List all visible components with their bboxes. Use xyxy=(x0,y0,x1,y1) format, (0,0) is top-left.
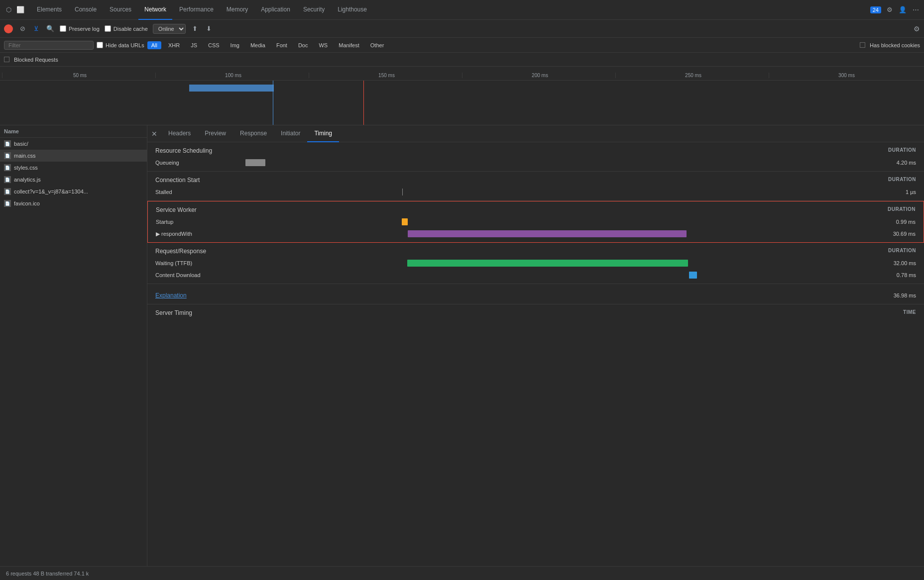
tab-console[interactable]: Console xyxy=(69,0,103,20)
filter-xhr[interactable]: XHR xyxy=(164,41,184,49)
filter-font[interactable]: Font xyxy=(272,41,291,49)
file-item-favicon[interactable]: 📄 favicon.ico xyxy=(0,197,147,209)
tab-elements[interactable]: Elements xyxy=(31,0,68,20)
resource-scheduling-title: Resource Scheduling xyxy=(155,147,212,154)
startup-bar xyxy=(402,218,408,225)
export-icon[interactable]: ⬇ xyxy=(205,24,214,33)
file-icon-favicon: 📄 xyxy=(4,200,11,207)
has-blocked-cookies[interactable]: Has blocked cookies xyxy=(860,42,920,48)
disable-cache-checkbox[interactable]: Disable cache xyxy=(105,25,148,32)
file-icon-main-css: 📄 xyxy=(4,152,11,159)
panel-tab-initiator[interactable]: Initiator xyxy=(274,125,307,142)
panel-tab-response[interactable]: Response xyxy=(233,125,274,142)
devtools-icon-group: ⬡ ⬜ xyxy=(4,5,25,14)
panel-tab-headers[interactable]: Headers xyxy=(161,125,198,142)
service-worker-label: DURATION xyxy=(888,206,916,213)
tab-network[interactable]: Network xyxy=(138,0,172,20)
panel-tab-preview[interactable]: Preview xyxy=(198,125,233,142)
file-item-collect[interactable]: 📄 collect?v=1&_v=j87&a=1304... xyxy=(0,186,147,197)
devtools-right-icons: 24 ⚙ 👤 ⋯ xyxy=(870,5,920,14)
filter-all[interactable]: All xyxy=(147,41,161,49)
connection-start-header: Connection Start DURATION xyxy=(147,172,924,187)
total-duration: 36.98 ms xyxy=(894,292,916,298)
cursor-icon[interactable]: ⬡ xyxy=(4,5,13,14)
file-name-main-css: main.css xyxy=(14,153,35,159)
request-response-header: Request/Response DURATION xyxy=(147,243,924,258)
tab-memory[interactable]: Memory xyxy=(221,0,254,20)
tab-performance[interactable]: Performance xyxy=(173,0,220,20)
throttle-select[interactable]: Online xyxy=(153,24,186,34)
panel-close-button[interactable]: ✕ xyxy=(151,130,157,138)
device-icon[interactable]: ⬜ xyxy=(16,5,25,14)
timeline-cursor-red xyxy=(363,81,364,125)
filter-icon[interactable]: ⊻ xyxy=(32,24,41,33)
panel-tab-timing[interactable]: Timing xyxy=(307,125,339,142)
timeline-mark-5: 300 ms xyxy=(769,73,922,78)
file-item-main-css[interactable]: 📄 main.css xyxy=(0,150,147,162)
tab-security[interactable]: Security xyxy=(297,0,331,20)
startup-label: Startup xyxy=(156,219,235,225)
settings-gear-icon[interactable]: ⚙ xyxy=(914,25,920,33)
preserve-log-checkbox[interactable]: Preserve log xyxy=(60,25,100,32)
more-icon[interactable]: ⋯ xyxy=(911,5,920,14)
content-download-bar-container xyxy=(243,272,868,279)
service-worker-section: Service Worker DURATION Startup 0.99 ms … xyxy=(147,201,924,243)
stalled-duration: 1 µs xyxy=(876,189,916,195)
filter-js[interactable]: JS xyxy=(187,41,201,49)
stop-icon[interactable]: ⊘ xyxy=(18,24,27,33)
stalled-bar-container xyxy=(243,189,868,195)
timeline-mark-3: 200 ms xyxy=(462,73,615,78)
timeline-area xyxy=(0,81,924,125)
file-icon-collect: 📄 xyxy=(4,188,11,195)
user-icon[interactable]: 👤 xyxy=(898,5,907,14)
details-panel: ✕ Headers Preview Response Initiator Tim… xyxy=(147,125,924,566)
filter-manifest[interactable]: Manifest xyxy=(335,41,363,49)
filter-other[interactable]: Other xyxy=(366,41,388,49)
request-response-label: DURATION xyxy=(888,248,916,255)
content-download-label: Content Download xyxy=(155,272,235,278)
queueing-bar-container xyxy=(243,159,868,166)
service-worker-title: Service Worker xyxy=(156,206,197,213)
blocked-requests-checkbox-icon xyxy=(4,57,9,62)
connection-start-section: Connection Start DURATION Stalled 1 µs xyxy=(147,172,924,201)
network-toolbar: ⊘ ⊻ 🔍 Preserve log Disable cache Online … xyxy=(0,20,924,38)
record-button[interactable] xyxy=(4,24,13,33)
file-item-styles-css[interactable]: 📄 styles.css xyxy=(0,162,147,174)
tab-application[interactable]: Application xyxy=(255,0,296,20)
tab-sources[interactable]: Sources xyxy=(104,0,137,20)
respond-with-duration: 30.69 ms xyxy=(876,231,916,237)
timeline-mark-2: 150 ms xyxy=(309,73,462,78)
content-download-bar xyxy=(689,272,697,279)
blocked-requests-bar[interactable]: Blocked Requests xyxy=(0,53,924,67)
resource-scheduling-label: DURATION xyxy=(888,147,916,154)
file-list-header: Name xyxy=(0,125,147,138)
timeline-mark-4: 250 ms xyxy=(615,73,769,78)
tab-lighthouse[interactable]: Lighthouse xyxy=(332,0,373,20)
connection-start-title: Connection Start xyxy=(155,177,200,184)
search-icon[interactable]: 🔍 xyxy=(46,24,55,33)
hide-data-urls-checkbox[interactable]: Hide data URLs xyxy=(97,42,144,48)
respond-with-label: ▶ respondWith xyxy=(156,231,235,237)
settings-icon[interactable]: ⚙ xyxy=(885,5,894,14)
filter-media[interactable]: Media xyxy=(246,41,269,49)
filter-ws[interactable]: WS xyxy=(315,41,332,49)
startup-row: Startup 0.99 ms xyxy=(148,216,924,228)
startup-duration: 0.99 ms xyxy=(876,219,916,225)
status-text: 6 requests 48 B transferred 74.1 k xyxy=(6,571,89,577)
file-name-analytics-js: analytics.js xyxy=(14,177,41,183)
file-item-basic[interactable]: 📄 basic/ xyxy=(0,138,147,150)
file-item-analytics-js[interactable]: 📄 analytics.js xyxy=(0,174,147,186)
filter-img[interactable]: Img xyxy=(227,41,243,49)
explanation-link[interactable]: Explanation xyxy=(155,292,187,299)
ttfb-label: Waiting (TTFB) xyxy=(155,260,235,266)
timeline-marks: 50 ms 100 ms 150 ms 200 ms 250 ms 300 ms xyxy=(2,67,922,80)
queueing-label: Queueing xyxy=(155,160,235,166)
file-icon-analytics-js: 📄 xyxy=(4,176,11,183)
filter-css[interactable]: CSS xyxy=(204,41,224,49)
queueing-row: Queueing 4.20 ms xyxy=(147,157,924,171)
stalled-label: Stalled xyxy=(155,189,235,195)
timeline-mark-0: 50 ms xyxy=(2,73,155,78)
filter-input[interactable] xyxy=(4,41,94,50)
filter-doc[interactable]: Doc xyxy=(294,41,312,49)
import-icon[interactable]: ⬆ xyxy=(191,24,200,33)
